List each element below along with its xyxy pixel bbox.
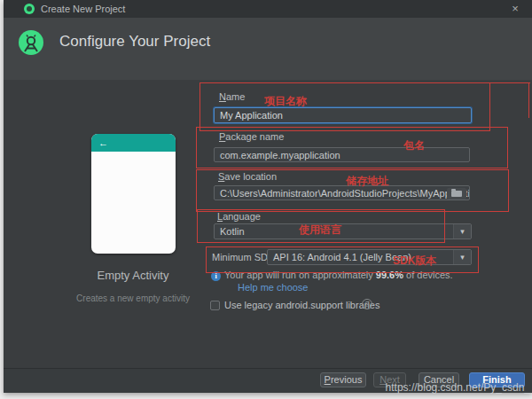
sdk-info-text: Your app will run on approximately 99.6%… (224, 270, 453, 280)
template-name: Empty Activity (66, 269, 200, 282)
chevron-down-icon[interactable]: ▾ (453, 250, 471, 264)
info-icon: i (211, 271, 221, 281)
legacy-support-checkbox[interactable] (210, 301, 220, 310)
save-location-input[interactable]: C:\Users\Administrator\AndroidStudioProj… (214, 185, 470, 200)
name-label: Name (219, 91, 245, 102)
close-icon[interactable]: × (507, 2, 523, 15)
template-preview-card: ← (91, 134, 176, 254)
save-location-label: Save location (218, 171, 277, 182)
dialog-title: Create New Project (41, 4, 125, 14)
language-label: Language (217, 211, 261, 222)
browse-folder-button[interactable] (447, 188, 466, 200)
template-preview-appbar: ← (91, 134, 176, 152)
help-icon[interactable]: ? (362, 299, 372, 309)
android-studio-icon (24, 4, 35, 14)
help-me-choose-link[interactable]: Help me choose (238, 282, 309, 293)
template-description: Creates a new empty activity (53, 293, 213, 303)
legacy-support-label: Use legacy android.support libraries (224, 300, 379, 310)
previous-button[interactable]: Previous (320, 372, 366, 387)
folder-icon (451, 191, 462, 197)
android-studio-logo (19, 30, 43, 55)
name-input[interactable]: My Application (214, 107, 472, 123)
language-combobox[interactable]: Kotlin ▾ (214, 223, 472, 239)
page-title: Configure Your Project (59, 33, 210, 51)
device-percentage: 99.6% (376, 270, 403, 280)
min-sdk-combobox[interactable]: API 16: Android 4.1 (Jelly Bean) ▾ (267, 249, 472, 265)
chevron-down-icon[interactable]: ▾ (453, 224, 471, 239)
watermark: https://blog.csdn.net/Py_csdn_ (386, 381, 530, 394)
back-arrow-icon: ← (98, 137, 108, 148)
min-sdk-label: Minimum SDK (212, 252, 274, 262)
package-name-input[interactable]: com.example.myapplication (214, 147, 470, 162)
package-name-label: Package name (219, 131, 284, 142)
